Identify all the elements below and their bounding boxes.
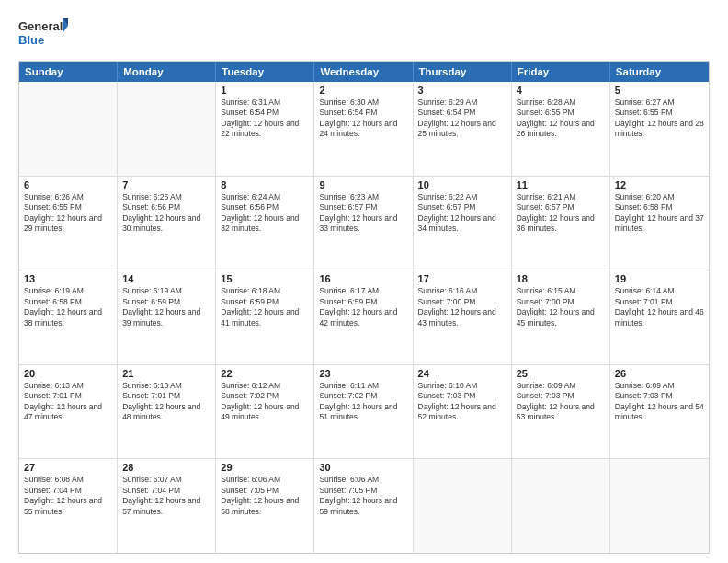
day-number: 7 <box>122 179 210 190</box>
day-info: Sunrise: 6:28 AM Sunset: 6:55 PM Dayligh… <box>517 98 605 140</box>
day-info: Sunrise: 6:25 AM Sunset: 6:56 PM Dayligh… <box>122 192 210 235</box>
day-cell-29: 29Sunrise: 6:06 AM Sunset: 7:05 PM Dayli… <box>216 459 314 553</box>
day-info: Sunrise: 6:11 AM Sunset: 7:02 PM Dayligh… <box>319 381 407 423</box>
day-number: 3 <box>418 85 506 96</box>
day-number: 15 <box>221 273 309 284</box>
day-cell-3: 3Sunrise: 6:29 AM Sunset: 6:54 PM Daylig… <box>414 82 512 176</box>
empty-cell-0-1 <box>118 82 216 176</box>
day-number: 11 <box>517 179 605 190</box>
page: General Blue SundayMondayTuesdayWednesda… <box>0 0 728 563</box>
day-info: Sunrise: 6:17 AM Sunset: 6:59 PM Dayligh… <box>319 286 407 328</box>
day-cell-24: 24Sunrise: 6:10 AM Sunset: 7:03 PM Dayli… <box>414 365 512 459</box>
day-cell-30: 30Sunrise: 6:06 AM Sunset: 7:05 PM Dayli… <box>314 459 413 553</box>
day-cell-11: 11Sunrise: 6:21 AM Sunset: 6:57 PM Dayli… <box>512 177 610 270</box>
day-cell-15: 15Sunrise: 6:18 AM Sunset: 6:59 PM Dayli… <box>216 270 314 364</box>
day-number: 30 <box>319 462 407 473</box>
day-info: Sunrise: 6:31 AM Sunset: 6:54 PM Dayligh… <box>221 98 309 140</box>
header: General Blue <box>18 17 710 52</box>
day-cell-13: 13Sunrise: 6:19 AM Sunset: 6:58 PM Dayli… <box>19 270 118 364</box>
day-number: 6 <box>24 179 112 190</box>
day-number: 17 <box>418 273 506 284</box>
day-cell-8: 8Sunrise: 6:24 AM Sunset: 6:56 PM Daylig… <box>216 177 314 270</box>
header-cell-sunday: Sunday <box>19 62 118 82</box>
week-row-4: 20Sunrise: 6:13 AM Sunset: 7:01 PM Dayli… <box>19 365 709 460</box>
day-number: 8 <box>221 179 309 190</box>
day-info: Sunrise: 6:13 AM Sunset: 7:01 PM Dayligh… <box>122 381 210 423</box>
day-cell-22: 22Sunrise: 6:12 AM Sunset: 7:02 PM Dayli… <box>216 365 314 459</box>
day-info: Sunrise: 6:07 AM Sunset: 7:04 PM Dayligh… <box>122 475 210 517</box>
day-cell-26: 26Sunrise: 6:09 AM Sunset: 7:03 PM Dayli… <box>610 365 709 459</box>
day-cell-16: 16Sunrise: 6:17 AM Sunset: 6:59 PM Dayli… <box>314 270 413 364</box>
day-number: 20 <box>24 368 112 379</box>
day-info: Sunrise: 6:06 AM Sunset: 7:05 PM Dayligh… <box>319 475 407 517</box>
day-info: Sunrise: 6:16 AM Sunset: 7:00 PM Dayligh… <box>418 286 506 328</box>
day-info: Sunrise: 6:09 AM Sunset: 7:03 PM Dayligh… <box>615 381 704 423</box>
day-info: Sunrise: 6:12 AM Sunset: 7:02 PM Dayligh… <box>221 381 309 423</box>
day-number: 12 <box>615 179 704 190</box>
day-info: Sunrise: 6:19 AM Sunset: 6:59 PM Dayligh… <box>122 286 210 328</box>
header-cell-friday: Friday <box>512 62 610 82</box>
day-cell-5: 5Sunrise: 6:27 AM Sunset: 6:55 PM Daylig… <box>610 82 709 176</box>
day-cell-19: 19Sunrise: 6:14 AM Sunset: 7:01 PM Dayli… <box>610 270 709 364</box>
week-row-1: 1Sunrise: 6:31 AM Sunset: 6:54 PM Daylig… <box>19 82 709 177</box>
empty-cell-4-5 <box>512 459 610 553</box>
header-cell-tuesday: Tuesday <box>216 62 314 82</box>
day-number: 27 <box>24 462 112 473</box>
day-cell-10: 10Sunrise: 6:22 AM Sunset: 6:57 PM Dayli… <box>414 177 512 270</box>
week-row-5: 27Sunrise: 6:08 AM Sunset: 7:04 PM Dayli… <box>19 459 709 553</box>
day-cell-6: 6Sunrise: 6:26 AM Sunset: 6:55 PM Daylig… <box>19 177 118 270</box>
day-cell-18: 18Sunrise: 6:15 AM Sunset: 7:00 PM Dayli… <box>512 270 610 364</box>
day-number: 5 <box>615 85 704 96</box>
day-cell-1: 1Sunrise: 6:31 AM Sunset: 6:54 PM Daylig… <box>216 82 314 176</box>
day-info: Sunrise: 6:18 AM Sunset: 6:59 PM Dayligh… <box>221 286 309 328</box>
day-number: 29 <box>221 462 309 473</box>
day-cell-9: 9Sunrise: 6:23 AM Sunset: 6:57 PM Daylig… <box>314 177 413 270</box>
empty-cell-4-4 <box>414 459 512 553</box>
day-cell-4: 4Sunrise: 6:28 AM Sunset: 6:55 PM Daylig… <box>512 82 610 176</box>
empty-cell-0-0 <box>19 82 118 176</box>
day-number: 9 <box>319 179 407 190</box>
calendar-header-row: SundayMondayTuesdayWednesdayThursdayFrid… <box>19 62 709 82</box>
svg-text:Blue: Blue <box>18 33 44 47</box>
day-info: Sunrise: 6:22 AM Sunset: 6:57 PM Dayligh… <box>418 192 506 235</box>
day-info: Sunrise: 6:15 AM Sunset: 7:00 PM Dayligh… <box>517 286 605 328</box>
day-info: Sunrise: 6:29 AM Sunset: 6:54 PM Dayligh… <box>418 98 506 140</box>
day-info: Sunrise: 6:14 AM Sunset: 7:01 PM Dayligh… <box>615 286 704 328</box>
day-info: Sunrise: 6:13 AM Sunset: 7:01 PM Dayligh… <box>24 381 112 423</box>
week-row-3: 13Sunrise: 6:19 AM Sunset: 6:58 PM Dayli… <box>19 270 709 365</box>
day-cell-20: 20Sunrise: 6:13 AM Sunset: 7:01 PM Dayli… <box>19 365 118 459</box>
logo: General Blue <box>18 17 69 52</box>
day-info: Sunrise: 6:24 AM Sunset: 6:56 PM Dayligh… <box>221 192 309 235</box>
day-info: Sunrise: 6:09 AM Sunset: 7:03 PM Dayligh… <box>517 381 605 423</box>
svg-text:General: General <box>18 19 63 33</box>
header-cell-thursday: Thursday <box>414 62 512 82</box>
header-cell-saturday: Saturday <box>610 62 709 82</box>
day-cell-28: 28Sunrise: 6:07 AM Sunset: 7:04 PM Dayli… <box>118 459 216 553</box>
day-number: 18 <box>517 273 605 284</box>
day-number: 10 <box>418 179 506 190</box>
day-number: 4 <box>517 85 605 96</box>
day-number: 21 <box>122 368 210 379</box>
day-info: Sunrise: 6:19 AM Sunset: 6:58 PM Dayligh… <box>24 286 112 328</box>
day-number: 24 <box>418 368 506 379</box>
day-number: 25 <box>517 368 605 379</box>
day-cell-14: 14Sunrise: 6:19 AM Sunset: 6:59 PM Dayli… <box>118 270 216 364</box>
day-info: Sunrise: 6:23 AM Sunset: 6:57 PM Dayligh… <box>319 192 407 235</box>
logo-svg: General Blue <box>18 17 69 52</box>
header-cell-monday: Monday <box>118 62 216 82</box>
day-number: 19 <box>615 273 704 284</box>
day-info: Sunrise: 6:21 AM Sunset: 6:57 PM Dayligh… <box>517 192 605 235</box>
day-info: Sunrise: 6:08 AM Sunset: 7:04 PM Dayligh… <box>24 475 112 517</box>
week-row-2: 6Sunrise: 6:26 AM Sunset: 6:55 PM Daylig… <box>19 177 709 271</box>
day-cell-25: 25Sunrise: 6:09 AM Sunset: 7:03 PM Dayli… <box>512 365 610 459</box>
day-cell-17: 17Sunrise: 6:16 AM Sunset: 7:00 PM Dayli… <box>414 270 512 364</box>
day-number: 16 <box>319 273 407 284</box>
day-info: Sunrise: 6:20 AM Sunset: 6:58 PM Dayligh… <box>615 192 704 235</box>
day-number: 23 <box>319 368 407 379</box>
calendar: SundayMondayTuesdayWednesdayThursdayFrid… <box>18 61 710 554</box>
calendar-body: 1Sunrise: 6:31 AM Sunset: 6:54 PM Daylig… <box>19 82 709 553</box>
day-cell-2: 2Sunrise: 6:30 AM Sunset: 6:54 PM Daylig… <box>314 82 413 176</box>
day-number: 28 <box>122 462 210 473</box>
day-number: 22 <box>221 368 309 379</box>
day-number: 1 <box>221 85 309 96</box>
